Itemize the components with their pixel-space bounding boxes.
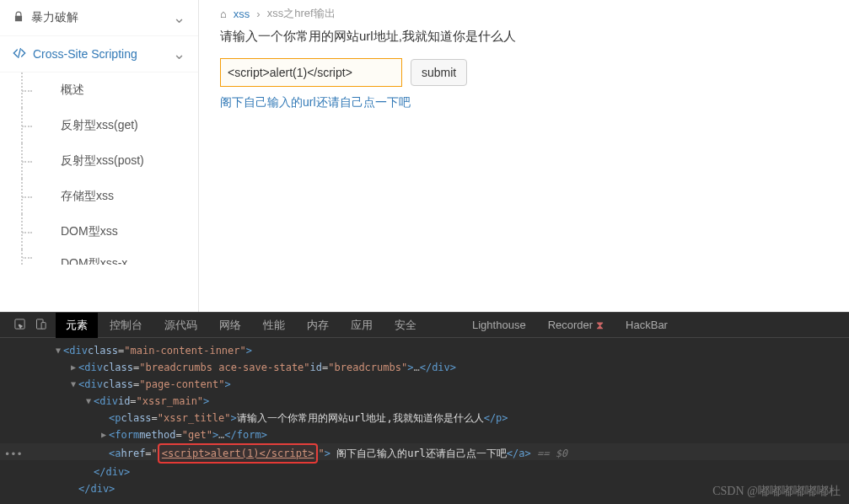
tab-hackbar[interactable]: HackBar	[615, 314, 678, 336]
device-icon[interactable]	[35, 318, 47, 333]
breadcrumb-current: xss之href输出	[267, 8, 336, 19]
lock-icon	[13, 11, 24, 25]
devtools-tabs: 元素 控制台 源代码 网络 性能 内存 应用 安全 Lighthouse Rec…	[0, 313, 849, 338]
sidebar-item-bruteforce[interactable]: 暴力破解 ⌄	[0, 0, 198, 36]
sidebar-label: 暴力破解	[31, 10, 78, 25]
tab-security[interactable]: 安全	[384, 313, 427, 338]
tab-memory[interactable]: 内存	[297, 313, 339, 338]
devtools-panel: 元素 控制台 源代码 网络 性能 内存 应用 安全 Lighthouse Rec…	[0, 312, 849, 504]
recorder-icon: ⧗	[596, 319, 604, 332]
svg-rect-2	[41, 322, 46, 329]
submit-button[interactable]: submit	[411, 59, 467, 86]
tab-network[interactable]: 网络	[209, 313, 251, 338]
elements-tree[interactable]: ••• ▼<div class="main-content-inner"> ▶<…	[0, 338, 849, 501]
sidebar-sub-overview[interactable]: 概述	[21, 72, 198, 108]
tab-application[interactable]: 应用	[341, 313, 383, 338]
sidebar-label: Cross-Site Scripting	[33, 47, 137, 61]
sidebar-sub-dom-x[interactable]: DOM型xss-x	[21, 249, 198, 265]
chevron-down-icon: ⌄	[173, 45, 185, 63]
breadcrumb-link[interactable]: xss	[234, 8, 250, 19]
sidebar-sub-reflect-post[interactable]: 反射型xss(post)	[21, 143, 198, 179]
sidebar-sub-stored[interactable]: 存储型xss	[21, 179, 198, 214]
url-input[interactable]	[220, 58, 402, 87]
tab-lighthouse[interactable]: Lighthouse	[462, 314, 536, 336]
main-content: ⌂ xss › xss之href输出 请输入一个你常用的网站url地址,我就知道…	[199, 0, 849, 312]
sidebar-sub-reflect-get[interactable]: 反射型xss(get)	[21, 108, 198, 143]
tab-performance[interactable]: 性能	[253, 313, 295, 338]
code-icon	[13, 46, 26, 62]
home-icon: ⌂	[220, 8, 227, 19]
prompt-text: 请输入一个你常用的网站url地址,我就知道你是什么人	[220, 29, 828, 45]
sidebar: 暴力破解 ⌄ Cross-Site Scripting ⌄ 概述 反射型xss(…	[0, 0, 199, 312]
inspect-icon[interactable]	[13, 318, 26, 333]
sidebar-item-xss[interactable]: Cross-Site Scripting ⌄	[0, 36, 198, 72]
breadcrumb: ⌂ xss › xss之href输出	[220, 8, 828, 19]
chevron-down-icon: ⌄	[173, 8, 185, 27]
sidebar-sub-dom[interactable]: DOM型xss	[21, 214, 198, 249]
tab-recorder[interactable]: Recorder ⧗	[538, 314, 614, 337]
tab-elements[interactable]: 元素	[56, 313, 98, 338]
tab-console[interactable]: 控制台	[99, 313, 153, 338]
tab-sources[interactable]: 源代码	[154, 313, 207, 338]
result-link[interactable]: 阁下自己输入的url还请自己点一下吧	[220, 95, 411, 109]
